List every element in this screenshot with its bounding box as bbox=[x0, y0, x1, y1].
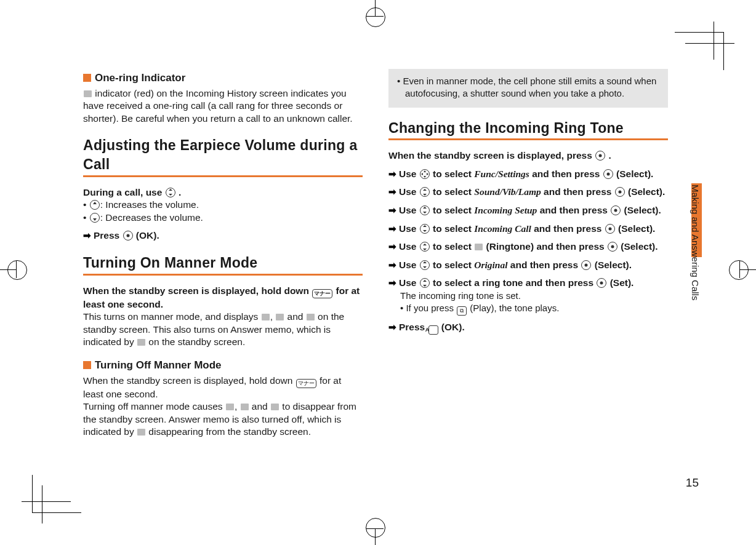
center-key-icon bbox=[608, 242, 617, 252]
step: Use to select a ring tone and then press… bbox=[388, 277, 668, 290]
manner-key-icon: マナー bbox=[312, 289, 332, 298]
lead-text: During a call, use . bbox=[83, 186, 363, 199]
body-text: indicator (red) on the Incoming History … bbox=[83, 87, 363, 125]
heading-adjust-volume: Adjusting the Earpiece Volume during a C… bbox=[83, 136, 363, 178]
center-key-icon bbox=[123, 231, 133, 241]
mute-icon bbox=[271, 404, 279, 410]
heading-change-ring-tone: Changing the Incoming Ring Tone bbox=[388, 119, 668, 143]
body-text: The incoming ring tone is set. bbox=[400, 290, 668, 302]
step: Use to select Sound/Vib/Lamp and then pr… bbox=[388, 186, 668, 199]
up-key-icon bbox=[90, 200, 100, 210]
center-key-icon bbox=[595, 151, 605, 161]
updown-key-icon bbox=[166, 188, 175, 197]
mute-icon bbox=[307, 314, 315, 320]
column-right: • Even in manner mode, the cell phone st… bbox=[388, 69, 668, 487]
updown-key-icon bbox=[420, 260, 430, 270]
body-text: • If you press ⧉ (Play), the tone plays. bbox=[400, 302, 668, 316]
center-key-icon bbox=[605, 224, 615, 234]
updown-key-icon bbox=[420, 278, 430, 288]
step: Use to select Incoming Setup and then pr… bbox=[388, 204, 668, 217]
updown-key-icon bbox=[420, 187, 430, 197]
column-left: One-ring Indicator indicator (red) on th… bbox=[83, 69, 363, 487]
square-bullet-icon bbox=[83, 74, 91, 82]
body-text: When the standby screen is displayed, ho… bbox=[83, 375, 363, 401]
updown-key-icon bbox=[420, 224, 430, 234]
lead-text: When the standby screen is displayed, pr… bbox=[388, 149, 668, 162]
step: Use to select Original and then press (S… bbox=[388, 259, 668, 272]
manner-icon bbox=[262, 314, 270, 320]
center-key-icon bbox=[597, 278, 606, 288]
center-key-icon bbox=[615, 187, 625, 197]
manner-key-icon: マナー bbox=[296, 379, 316, 388]
page-columns: One-ring Indicator indicator (red) on th… bbox=[83, 69, 668, 487]
center-key-icon bbox=[581, 260, 591, 270]
answer-memo-icon bbox=[137, 339, 145, 346]
body-text: Turning off manner mode causes , and to … bbox=[83, 400, 363, 439]
body-text: • : Decreases the volume. bbox=[83, 212, 363, 225]
answer-memo-icon bbox=[137, 429, 145, 436]
step: Press A (OK). bbox=[388, 321, 668, 335]
manner-icon bbox=[226, 404, 234, 410]
center-key-icon bbox=[603, 169, 613, 179]
subheading-one-ring: One-ring Indicator bbox=[83, 71, 363, 86]
square-bullet-icon bbox=[83, 361, 91, 369]
indicator-icon bbox=[84, 90, 92, 97]
step: Use to select Incoming Call and then pre… bbox=[388, 223, 668, 236]
body-text: This turns on manner mode, and displays … bbox=[83, 311, 363, 349]
vibrate-icon bbox=[276, 314, 284, 320]
page-number: 15 bbox=[686, 476, 699, 490]
body-text: • : Increases the volume. bbox=[83, 199, 363, 212]
vibrate-icon bbox=[241, 404, 249, 410]
step: Use to select Func/Settings and then pre… bbox=[388, 168, 668, 181]
step: Press (OK). bbox=[83, 229, 363, 242]
lead-text: When the standby screen is displayed, ho… bbox=[83, 285, 363, 311]
side-section-label: Making and Answering Calls bbox=[690, 185, 701, 300]
center-key-icon bbox=[611, 205, 621, 215]
step: Use to select (Ringtone) and then press … bbox=[388, 241, 668, 253]
updown-key-icon bbox=[420, 205, 430, 215]
down-key-icon bbox=[90, 213, 100, 223]
note-box: • Even in manner mode, the cell phone st… bbox=[388, 69, 668, 108]
subheading-off-manner: Turning Off Manner Mode bbox=[83, 359, 363, 373]
softkey-icon: A bbox=[428, 325, 438, 335]
dpad-icon bbox=[420, 169, 430, 179]
softkey-icon: ⧉ bbox=[457, 306, 467, 316]
updown-key-icon bbox=[420, 242, 430, 252]
heading-manner-mode: Turning On Manner Mode bbox=[83, 253, 363, 277]
ringtone-icon bbox=[475, 244, 483, 250]
